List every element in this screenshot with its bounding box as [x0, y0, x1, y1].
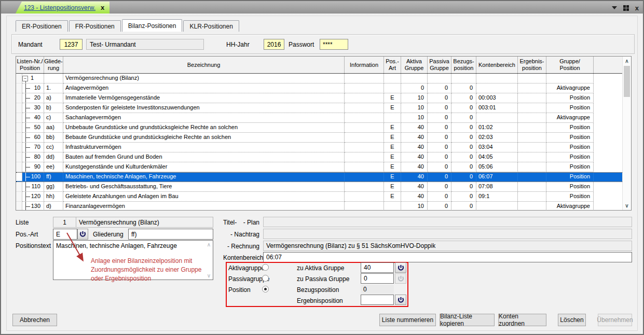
cell-konten[interactable] [476, 113, 518, 123]
zu-passiva-gruppe-field[interactable]: 0 [361, 273, 394, 284]
cell-bezeichnung[interactable]: Kunstgegenstände und Kulturdenkmäler [63, 162, 345, 172]
cell-gliederung[interactable]: ff) [44, 173, 63, 182]
cell-ergebnis[interactable] [518, 123, 546, 133]
table-row[interactable]: 20a)Immaterielle VermögensgegenständeE10… [16, 93, 622, 103]
hhjahr-field[interactable]: 2016 [264, 39, 284, 50]
cell-gruppe[interactable]: Position [546, 162, 594, 172]
cell-bezeichnung[interactable]: Bauten auf fremden Grund und Boden [63, 152, 345, 162]
cell-information[interactable] [345, 74, 384, 83]
liste-nummerieren-button[interactable]: Liste nummerieren [379, 314, 436, 326]
table-row[interactable]: 40c)Sachanlagevermögen1000Aktivagruppe [16, 113, 622, 123]
gliederung-field[interactable]: ff) [128, 229, 213, 240]
cell-pos-art[interactable] [384, 113, 401, 123]
cell-aktiva[interactable]: 40 [401, 182, 428, 192]
table-row[interactable]: 60bb)Bebaute Grundstücke und grundstücks… [16, 133, 622, 143]
table-row[interactable]: 70cc)InfrastrukturvermögenE400003:04Posi… [16, 143, 622, 152]
cell-pos-art[interactable]: E [384, 152, 401, 162]
cell-gliederung[interactable]: d) [44, 202, 63, 210]
table-row[interactable]: 120hh)Geleistete Anzahlungen und Anlagen… [16, 192, 622, 202]
positionstext-field[interactable]: Maschinen, technische Anlagen, Fahrzeuge… [53, 240, 213, 280]
cell-aktiva[interactable]: 10 [401, 93, 428, 103]
cell-pos-art[interactable]: E [384, 182, 401, 192]
cell-gliederung[interactable]: gg) [44, 182, 63, 192]
cell-information[interactable] [345, 162, 384, 172]
row-selector-gutter[interactable] [16, 143, 22, 152]
ergebnisposition-lookup-button[interactable] [395, 295, 406, 305]
ergebnisposition-field[interactable] [361, 295, 394, 305]
cell-gruppe[interactable]: Position [546, 192, 594, 202]
cell-konten[interactable]: 01:02 [476, 123, 518, 133]
cell-listen-nr[interactable]: 60 [22, 133, 44, 143]
window-close-icon[interactable]: x [635, 5, 639, 11]
table-row[interactable]: 50aa)Unbebaute Grundstücke und grundstüc… [16, 123, 622, 133]
cell-passiva[interactable]: 0 [428, 113, 451, 123]
mandant-number-field[interactable]: 1237 [60, 39, 83, 50]
chevron-down-icon[interactable] [612, 6, 617, 12]
cell-gliederung[interactable]: ee) [44, 162, 63, 172]
cell-ergebnis[interactable] [518, 113, 546, 123]
cell-ergebnis[interactable] [518, 133, 546, 143]
positionstext-scrollbar[interactable]: ∧ ∨ [205, 241, 213, 280]
cell-gruppe[interactable]: Position [546, 123, 594, 133]
cell-passiva[interactable]: 0 [428, 182, 451, 192]
cell-bezeichnung[interactable]: Betriebs- und Geschäftsausstattung, Tier… [63, 182, 345, 192]
cell-konten[interactable]: 02:03 [476, 133, 518, 143]
tile-windows-icon[interactable] [623, 5, 629, 11]
cell-bezug[interactable]: 0 [451, 173, 476, 182]
cell-information[interactable] [345, 93, 384, 103]
cell-bezug[interactable]: 0 [451, 182, 476, 192]
cell-konten[interactable] [476, 74, 518, 83]
cell-pos-art[interactable]: E [384, 123, 401, 133]
row-selector-gutter[interactable] [16, 173, 22, 182]
row-selector-gutter[interactable] [16, 192, 22, 202]
cell-listen-nr[interactable]: 100 [22, 173, 44, 182]
cell-listen-nr[interactable]: 110 [22, 182, 44, 192]
table-row[interactable]: −1Vermögensrechnung (Bilanz) [16, 74, 622, 83]
cell-information[interactable] [345, 173, 384, 182]
cell-aktiva[interactable]: 10 [401, 103, 428, 113]
cell-passiva[interactable] [428, 74, 451, 83]
cell-gliederung[interactable]: aa) [44, 123, 63, 133]
cell-bezeichnung[interactable]: Geleistete Anzahlungen und Anlagen im Ba… [63, 192, 345, 202]
row-selector-gutter[interactable] [16, 123, 22, 133]
cell-information[interactable] [345, 192, 384, 202]
tab-er-positionen[interactable]: ER-Positionen [16, 20, 68, 32]
table-vertical-scrollbar[interactable]: ∧ ∨ [622, 57, 631, 210]
cell-listen-nr[interactable]: 40 [22, 113, 44, 123]
cell-gliederung[interactable]: a) [44, 93, 63, 103]
cell-bezug[interactable]: 0 [451, 143, 476, 152]
cell-gruppe[interactable]: Position [546, 93, 594, 103]
row-selector-gutter[interactable] [16, 74, 22, 83]
cell-information[interactable] [345, 202, 384, 210]
cell-gliederung[interactable]: b) [44, 103, 63, 113]
cell-gruppe[interactable]: Position [546, 173, 594, 182]
cell-aktiva[interactable]: 40 [401, 133, 428, 143]
document-tab[interactable]: 123 - Listenpositionsverw. x [16, 2, 109, 13]
cell-konten[interactable]: 003:01 [476, 103, 518, 113]
cell-bezeichnung[interactable]: Bebaute Grundstücke und grundstücksgleic… [63, 133, 345, 143]
cell-pos-art[interactable]: E [384, 173, 401, 182]
cell-passiva[interactable]: 0 [428, 173, 451, 182]
cell-passiva[interactable]: 0 [428, 202, 451, 210]
cell-konten[interactable]: 00:003 [476, 93, 518, 103]
cell-bezeichnung[interactable]: Anlagevermögen [63, 83, 345, 93]
cell-aktiva[interactable]: 40 [401, 123, 428, 133]
row-selector-gutter[interactable] [16, 133, 22, 143]
row-selector-gutter[interactable] [16, 83, 22, 93]
cell-information[interactable] [345, 182, 384, 192]
cell-bezug[interactable]: 0 [451, 202, 476, 210]
cell-listen-nr[interactable]: 80 [22, 152, 44, 162]
row-selector-gutter[interactable] [16, 93, 22, 103]
cell-pos-art[interactable] [384, 202, 401, 210]
cell-pos-art[interactable]: E [384, 162, 401, 172]
cell-bezug[interactable]: 0 [451, 103, 476, 113]
row-selector-gutter[interactable] [16, 202, 22, 210]
cell-passiva[interactable]: 0 [428, 93, 451, 103]
cell-passiva[interactable]: 0 [428, 162, 451, 172]
cell-ergebnis[interactable] [518, 93, 546, 103]
cell-listen-nr[interactable]: 120 [22, 192, 44, 202]
cell-gliederung[interactable]: c) [44, 113, 63, 123]
abbrechen-button[interactable]: Abbrechen [12, 314, 57, 326]
cell-listen-nr[interactable]: 50 [22, 123, 44, 133]
cell-passiva[interactable]: 0 [428, 143, 451, 152]
